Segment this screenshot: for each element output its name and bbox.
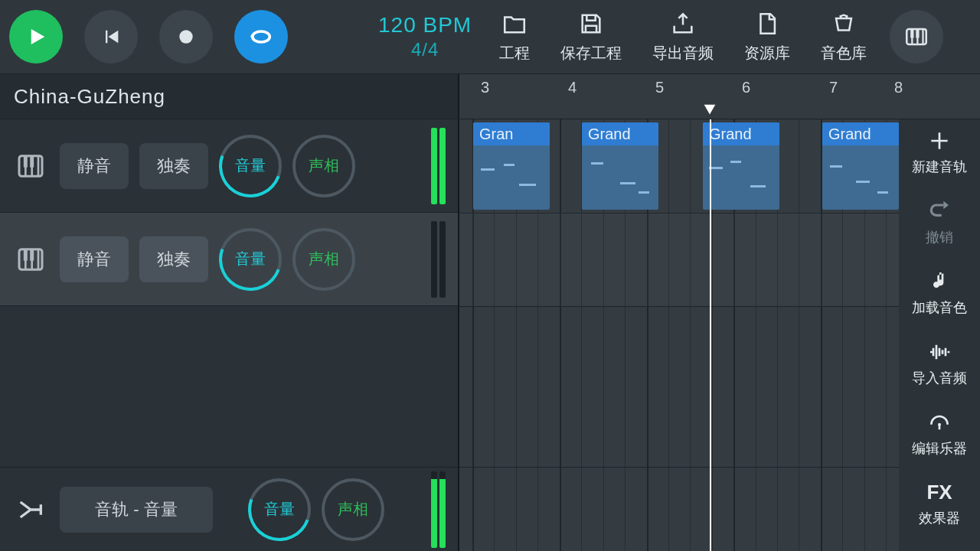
timeline-area[interactable]: Gran Grand Grand (459, 119, 899, 551)
instrument-icon[interactable] (12, 244, 49, 275)
svg-rect-4 (910, 29, 913, 37)
top-menu: 工程 保存工程 导出音频 资源库 音色库 (499, 11, 867, 64)
master-volume-knob[interactable]: 音量 (248, 478, 311, 541)
load-sound-button[interactable]: 加载音色 (912, 269, 967, 317)
midi-clip[interactable]: Grand (582, 122, 658, 210)
top-toolbar: 120 BPM 4/4 工程 保存工程 导出音频 资源库 音色库 (0, 0, 980, 73)
svg-rect-11 (30, 249, 34, 260)
menu-export[interactable]: 导出音频 (652, 11, 714, 64)
svg-point-0 (179, 30, 192, 43)
play-button[interactable] (9, 10, 63, 64)
level-meter (431, 128, 446, 204)
instrument-icon[interactable] (12, 151, 49, 181)
svg-rect-8 (30, 155, 34, 167)
tempo-display[interactable]: 120 BPM 4/4 (378, 13, 472, 60)
new-track-button[interactable]: 新建音轨 (912, 129, 967, 176)
master-output-icon[interactable] (12, 494, 49, 525)
time-signature: 4/4 (378, 39, 472, 60)
mute-button[interactable]: 静音 (60, 236, 129, 282)
solo-button[interactable]: 独奏 (139, 236, 208, 282)
track-row[interactable]: 静音 独奏 音量 声相 (0, 119, 458, 213)
keyboard-button[interactable] (890, 10, 943, 64)
menu-project[interactable]: 工程 (499, 11, 530, 64)
edit-instrument-button[interactable]: 编辑乐器 (912, 410, 967, 458)
menu-library[interactable]: 资源库 (744, 11, 790, 64)
midi-clip[interactable]: Grand (703, 122, 779, 210)
undo-button[interactable]: 撤销 (926, 199, 953, 246)
midi-clip[interactable]: Grand (822, 122, 899, 210)
selected-track-name[interactable]: China-GuZheng (0, 74, 459, 119)
rewind-button[interactable] (84, 10, 138, 64)
record-button[interactable] (159, 10, 213, 64)
svg-point-1 (840, 15, 842, 17)
import-audio-button[interactable]: 导入音频 (912, 340, 967, 387)
bpm-value: 120 BPM (378, 13, 472, 37)
svg-rect-7 (24, 155, 28, 167)
pan-knob[interactable]: 声相 (292, 228, 355, 291)
solo-button[interactable]: 独奏 (139, 143, 208, 189)
menu-save[interactable]: 保存工程 (560, 11, 622, 64)
svg-point-2 (846, 15, 848, 17)
master-label[interactable]: 音轨 - 音量 (60, 487, 213, 533)
level-meter (431, 221, 446, 298)
svg-point-12 (938, 423, 941, 426)
pan-knob[interactable]: 声相 (292, 135, 355, 197)
svg-rect-5 (916, 29, 919, 37)
track-row[interactable]: 静音 独奏 音量 声相 (0, 213, 458, 306)
fx-icon: FX (926, 481, 952, 504)
fx-button[interactable]: FX 效果器 (919, 481, 960, 527)
midi-clip[interactable]: Gran (473, 122, 550, 210)
master-pan-knob[interactable]: 声相 (322, 478, 384, 541)
menu-sounds[interactable]: 音色库 (821, 11, 867, 64)
svg-rect-10 (24, 249, 28, 260)
mute-button[interactable]: 静音 (60, 143, 129, 189)
right-sidebar: 新建音轨 撤销 加载音色 导入音频 编辑乐器 FX 效果器 (899, 119, 980, 551)
master-track-row[interactable]: 音轨 - 音量 音量 声相 (0, 467, 458, 551)
timeline-ruler[interactable]: 3 4 5 6 7 8 (459, 74, 980, 119)
playhead-line[interactable] (710, 119, 711, 551)
volume-knob[interactable]: 音量 (219, 135, 282, 197)
loop-button[interactable] (234, 10, 288, 64)
track-panel: 静音 独奏 音量 声相 静音 独奏 音量 声相 (0, 119, 459, 551)
master-level-meter (431, 471, 446, 548)
empty-track-area[interactable] (0, 306, 458, 467)
volume-knob[interactable]: 音量 (219, 228, 282, 291)
